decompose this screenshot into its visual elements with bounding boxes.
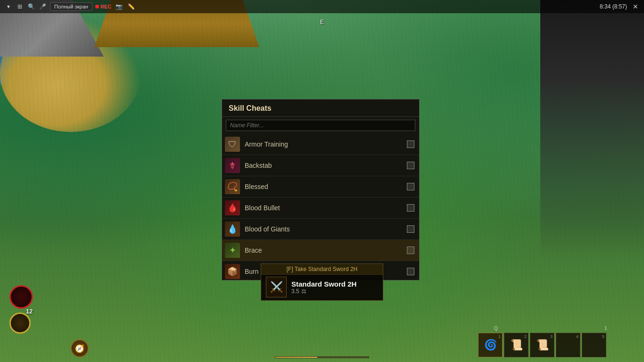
fullscreen-label[interactable]: Полный экран <box>50 2 92 11</box>
pen-icon[interactable]: ✏️ <box>126 2 136 11</box>
skill-item-brace[interactable]: ✦Brace <box>222 240 419 261</box>
hotbar: 1🌀2📜3📜45 <box>478 333 606 357</box>
skill-item-blood-bullet[interactable]: 🩸Blood Bullet <box>222 197 419 219</box>
minimize-icon[interactable]: ▾ <box>4 2 13 11</box>
key-hint: E <box>320 19 324 25</box>
panel-title: Skill Cheats <box>222 99 419 117</box>
rec-badge: REC <box>95 4 111 9</box>
hotbar-slot-icon-2: 📜 <box>536 339 549 351</box>
hotbar-slot-num-4: 5 <box>602 334 604 339</box>
skill-checkbox-blood-of-giants[interactable] <box>407 225 414 233</box>
skill-item-blessed[interactable]: 📿Blessed <box>222 176 419 197</box>
hotbar-slot-2[interactable]: 3📜 <box>530 333 554 357</box>
name-filter-input[interactable] <box>226 120 415 131</box>
skill-name-armor-training: Armor Training <box>245 140 403 148</box>
skill-name-blessed: Blessed <box>245 183 403 190</box>
hotbar-slot-icon-0: 🌀 <box>484 339 497 351</box>
hotbar-slot-num-1: 2 <box>524 334 527 339</box>
rec-dot <box>95 5 99 8</box>
weight-icon: ⚖ <box>301 288 306 295</box>
skill-name-blood-bullet: Blood Bullet <box>245 204 403 212</box>
skill-icon-blood-bullet: 🩸 <box>225 200 240 215</box>
hotbar-slot-num-0: 1 <box>498 334 501 339</box>
hotbar-slot-num-3: 4 <box>576 334 578 339</box>
skill-icon-blessed: 📿 <box>225 179 240 194</box>
top-bar: ▾ ⊞ 🔍 🎤 Полный экран REC 📷 ✏️ 8:34 (8:57… <box>0 0 644 13</box>
progress-bar <box>275 356 369 358</box>
item-icon-box: ⚔️ <box>266 277 287 297</box>
skill-item-backstab[interactable]: 🗡Backstab <box>222 155 419 176</box>
grid-icon[interactable]: ⊞ <box>15 2 25 11</box>
take-hint: [F] Take Standard Sword 2H <box>261 264 383 275</box>
num-hotbar-label: 1 <box>604 325 607 331</box>
q-hotbar-label: Q <box>494 325 498 331</box>
skill-checkbox-blessed[interactable] <box>407 183 414 190</box>
skill-icon-backstab: 🗡 <box>225 158 240 173</box>
top-bar-right: 8:34 (8:57) ✕ <box>600 3 640 10</box>
mic-icon[interactable]: 🎤 <box>38 2 47 11</box>
stamina-ring <box>9 313 31 334</box>
hotbar-slot-num-2: 3 <box>550 334 553 339</box>
hotbar-slot-1[interactable]: 2📜 <box>504 333 528 357</box>
hotbar-slot-3[interactable]: 4 <box>556 333 580 357</box>
hotbar-slot-icon-1: 📜 <box>510 339 523 351</box>
skill-item-armor-training[interactable]: 🛡Armor Training <box>222 134 419 155</box>
skills-list: 🛡Armor Training🗡Backstab📿Blessed🩸Blood B… <box>222 134 419 280</box>
skill-name-backstab: Backstab <box>245 162 403 169</box>
camera-icon[interactable]: 📷 <box>114 2 124 11</box>
skill-checkbox-backstab[interactable] <box>407 162 414 169</box>
skill-icon-armor-training: 🛡 <box>225 137 240 152</box>
hotbar-slot-0[interactable]: 1🌀 <box>478 333 503 357</box>
weight-value: 3.5 <box>291 288 299 295</box>
skill-item-blood-of-giants[interactable]: 💧Blood of Giants <box>222 219 419 240</box>
left-hud <box>9 285 33 334</box>
skill-name-brace: Brace <box>245 247 403 254</box>
skill-checkbox-burn[interactable] <box>407 268 414 275</box>
rec-label: REC <box>100 4 111 9</box>
search-icon[interactable]: 🔍 <box>26 2 36 11</box>
time-display: 8:34 (8:57) <box>600 3 627 10</box>
skill-checkbox-brace[interactable] <box>407 247 414 254</box>
progress-bar-fill <box>275 357 317 358</box>
compass-icon: 🧭 <box>71 339 89 357</box>
skill-cheats-panel: Skill Cheats 🛡Armor Training🗡Backstab📿Bl… <box>222 99 420 280</box>
top-bar-icons: ▾ ⊞ 🔍 🎤 <box>4 2 47 11</box>
hotbar-slot-4[interactable]: 5 <box>582 333 606 357</box>
skill-checkbox-blood-bullet[interactable] <box>407 204 414 212</box>
skill-name-blood-of-giants: Blood of Giants <box>245 225 403 233</box>
health-ring <box>9 285 33 309</box>
skill-icon-burn: 📦 <box>225 264 240 279</box>
skill-checkbox-armor-training[interactable] <box>407 140 414 148</box>
item-name: Standard Sword 2H <box>291 280 356 288</box>
skill-icon-brace: ✦ <box>225 243 240 258</box>
item-tooltip: [F] Take Standard Sword 2H ⚔️ Standard S… <box>261 263 383 301</box>
close-button[interactable]: ✕ <box>631 3 640 10</box>
item-weight: 3.5 ⚖ <box>291 288 356 295</box>
skill-icon-blood-of-giants: 💧 <box>225 222 240 237</box>
